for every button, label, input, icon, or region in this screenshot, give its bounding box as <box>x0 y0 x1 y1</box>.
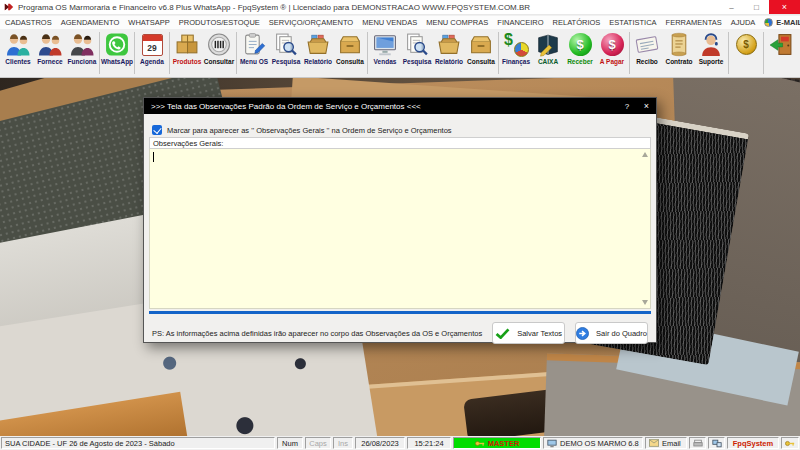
suppliers-icon <box>36 31 64 58</box>
cashbook-icon <box>534 31 562 58</box>
envelope-icon <box>649 439 659 447</box>
toolbar-button-relatorio-vendas[interactable]: Relatório <box>433 30 465 76</box>
toolbar-button-consulta-vendas[interactable]: Consulta <box>465 30 497 76</box>
scroll-down-icon[interactable] <box>642 300 648 305</box>
toolbar-button-consultar[interactable]: Consultar <box>203 30 235 76</box>
menu-item-menu-compras[interactable]: MENU COMPRAS <box>426 18 488 27</box>
dialog-titlebar[interactable]: >>> Tela das Observações Padrão da Ordem… <box>144 98 656 114</box>
window-titlebar[interactable]: Programa OS Marmoraria e Financeiro v6.8… <box>0 0 800 15</box>
toolbar-button-vendas[interactable]: Vendas <box>369 30 401 76</box>
toolbar-button-pesquisa-os[interactable]: Pesquisa <box>270 30 302 76</box>
status-ins: Ins <box>333 437 353 449</box>
status-system-name: DEMO OS MARMO 6.8 <box>560 439 639 448</box>
observations-textarea[interactable] <box>149 149 651 309</box>
menu-item-estatistica[interactable]: ESTATISTICA <box>609 18 656 27</box>
drawer-icon <box>467 31 495 58</box>
toolbar-button-consulta-os[interactable]: Consulta <box>334 30 366 76</box>
minimize-button[interactable]: – <box>719 0 744 14</box>
menu-email-label: E-MAIL <box>776 18 800 27</box>
menu-item-agendamento[interactable]: AGENDAMENTO <box>61 18 120 27</box>
status-printer[interactable] <box>689 437 706 449</box>
report-box-icon <box>304 31 332 58</box>
status-caps: Caps <box>305 437 331 449</box>
textarea-scrollbar[interactable] <box>639 149 650 308</box>
exit-frame-label: Sair do Quadro <box>596 329 647 338</box>
dialog-help-button[interactable]: ? <box>619 102 635 111</box>
toolbar-separator <box>629 32 630 74</box>
toolbar-button-financas[interactable]: Finanças <box>500 30 532 76</box>
toolbar-button-relatorio-os[interactable]: Relatório <box>302 30 334 76</box>
coin-icon <box>732 31 760 58</box>
menu-item-whatsapp[interactable]: WHATSAPP <box>128 18 170 27</box>
whatsapp-icon <box>103 31 131 58</box>
menu-item-relatorios[interactable]: RELATÓRIOS <box>553 18 601 27</box>
products-boxes-icon <box>173 31 201 58</box>
toolbar-separator <box>99 32 100 74</box>
monitor-icon <box>371 31 399 58</box>
exit-frame-button[interactable]: Sair do Quadro <box>575 322 648 344</box>
status-email[interactable]: Email <box>645 437 687 449</box>
toolbar-button-suporte[interactable]: Suporte <box>695 30 727 76</box>
save-texts-button[interactable]: Salvar Textos <box>492 322 565 344</box>
dialog-footer: PS: As informações acima definidas irão … <box>149 322 651 344</box>
toolbar-button-whatsapp[interactable]: WhatsApp <box>101 30 133 76</box>
toolbar-button-produtos[interactable]: Produtos <box>171 30 203 76</box>
toolbar-button-menu-os[interactable]: Menu OS <box>238 30 270 76</box>
observations-dialog: >>> Tela das Observações Padrão da Ordem… <box>143 97 657 343</box>
support-person-icon <box>697 31 725 58</box>
printer-icon <box>693 439 703 448</box>
general-observations-checkbox-row: Marcar para aparecer as '' Observações G… <box>152 124 648 136</box>
toolbar-button-moeda[interactable] <box>730 30 762 76</box>
status-system: DEMO OS MARMO 6.8 <box>543 437 643 449</box>
contract-scroll-icon <box>665 31 693 58</box>
toolbar-button-a-pagar[interactable]: A Pagar <box>596 30 628 76</box>
toolbar-button-pesquisa-vendas[interactable]: Pesquisa <box>401 30 433 76</box>
menu-item-cadastros[interactable]: CADASTROS <box>5 18 52 27</box>
menu-item-financeiro[interactable]: FINANCEIRO <box>497 18 543 27</box>
toolbar-button-recibo[interactable]: Recibo <box>631 30 663 76</box>
status-num: Num <box>277 437 303 449</box>
status-bar: SUA CIDADE - UF 26 de Agosto de 2023 - S… <box>0 436 800 450</box>
scroll-up-icon[interactable] <box>642 152 648 157</box>
toolbar-separator <box>728 32 729 74</box>
toolbar-separator <box>134 32 135 74</box>
arrow-right-circle-icon <box>576 327 589 340</box>
toolbar-button-contrato[interactable]: Contrato <box>663 30 695 76</box>
status-network[interactable] <box>708 437 725 449</box>
status-key[interactable] <box>781 437 799 449</box>
computer-icon <box>547 439 557 448</box>
menu-item-ferramentas[interactable]: FERRAMENTAS <box>666 18 722 27</box>
window-controls: – □ × <box>719 0 800 14</box>
menu-item-servico-orcamento[interactable]: SERVIÇO/ORÇAMENTO <box>269 18 353 27</box>
toolbar-button-caixa[interactable]: CAIXA <box>532 30 564 76</box>
toolbar-button-fornecedores[interactable]: Fornece <box>34 30 66 76</box>
status-user: MASTER <box>453 437 541 449</box>
search-docs-icon <box>272 31 300 58</box>
maximize-button[interactable]: □ <box>744 0 769 14</box>
menu-item-ajuda[interactable]: AJUDA <box>731 18 756 27</box>
clients-icon <box>4 31 32 58</box>
key-icon <box>785 440 795 447</box>
window-title: Programa OS Marmoraria e Financeiro v6.8… <box>18 3 530 12</box>
toolbar-button-agenda[interactable]: 29 Agenda <box>136 30 168 76</box>
status-brand: FpqSystem <box>727 437 779 449</box>
toolbar-button-sair[interactable] <box>765 30 797 76</box>
observations-field-label: Observações Gerais: <box>153 139 223 148</box>
receive-dollar-icon <box>566 31 594 58</box>
toolbar-button-funcionarios[interactable]: Funciona <box>66 30 98 76</box>
drawer-icon <box>336 31 364 58</box>
toolbar-button-receber[interactable]: Receber <box>564 30 596 76</box>
general-observations-checkbox[interactable] <box>152 125 162 135</box>
menu-item-menu-vendas[interactable]: MENU VENDAS <box>362 18 417 27</box>
dialog-close-button[interactable]: × <box>635 101 649 111</box>
observations-field-label-bar: Observações Gerais: <box>149 137 651 149</box>
receipt-icon <box>633 31 661 58</box>
toolbar-separator <box>498 32 499 74</box>
check-icon <box>495 328 510 339</box>
close-button[interactable]: × <box>769 0 800 14</box>
menu-item-email[interactable]: E-MAIL <box>764 18 800 27</box>
checkbox-label: Marcar para aparecer as '' Observações G… <box>167 126 452 135</box>
toolbar-button-clientes[interactable]: Clientes <box>2 30 34 76</box>
menu-item-produtos-estoque[interactable]: PRODUTOS/ESTOQUE <box>179 18 260 27</box>
key-icon <box>475 440 485 447</box>
